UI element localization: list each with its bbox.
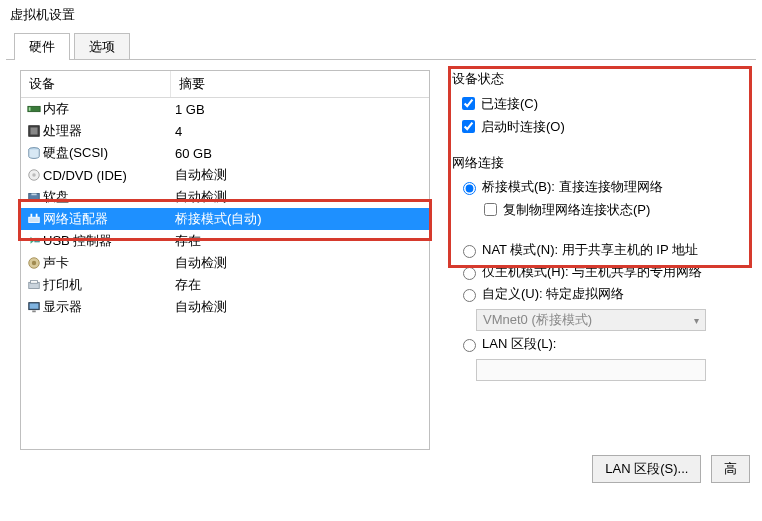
custom-network-value: VMnet0 (桥接模式) <box>483 311 592 329</box>
network-connection-label: 网络连接 <box>452 154 752 172</box>
replicate-checkbox-label: 复制物理网络连接状态(P) <box>503 201 650 219</box>
connect-at-poweron-label: 启动时连接(O) <box>481 118 565 136</box>
device-name: CD/DVD (IDE) <box>41 168 171 183</box>
device-icon <box>21 190 41 204</box>
device-summary: 4 <box>171 124 429 139</box>
device-row[interactable]: 打印机存在 <box>21 274 429 296</box>
device-list: 内存1 GB处理器4硬盘(SCSI)60 GBCD/DVD (IDE)自动检测软… <box>21 98 429 318</box>
device-row[interactable]: 内存1 GB <box>21 98 429 120</box>
device-row[interactable]: 声卡自动检测 <box>21 252 429 274</box>
bridged-radio-label: 桥接模式(B): 直接连接物理网络 <box>482 178 663 196</box>
tab-hardware[interactable]: 硬件 <box>14 33 70 60</box>
device-summary: 60 GB <box>171 146 429 161</box>
window-title: 虚拟机设置 <box>0 0 762 28</box>
connect-at-poweron-checkbox-input[interactable] <box>462 120 475 133</box>
device-summary: 1 GB <box>171 102 429 117</box>
device-name: USB 控制器 <box>41 232 171 250</box>
lan-segment-radio-input[interactable] <box>463 339 476 352</box>
svg-rect-18 <box>30 304 39 309</box>
device-row[interactable]: CD/DVD (IDE)自动检测 <box>21 164 429 186</box>
device-summary: 自动检测 <box>171 188 429 206</box>
svg-rect-19 <box>32 311 36 313</box>
lan-segments-button[interactable]: LAN 区段(S)... <box>592 455 701 483</box>
replicate-checkbox[interactable]: 复制物理网络连接状态(P) <box>480 200 752 219</box>
custom-radio[interactable]: 自定义(U): 特定虚拟网络 <box>458 285 752 303</box>
svg-rect-12 <box>35 238 39 242</box>
device-row[interactable]: 处理器4 <box>21 120 429 142</box>
device-icon <box>21 212 41 226</box>
nat-radio[interactable]: NAT 模式(N): 用于共享主机的 IP 地址 <box>458 241 752 259</box>
device-summary: 自动检测 <box>171 298 429 316</box>
device-name: 处理器 <box>41 122 171 140</box>
table-header: 设备 摘要 <box>21 71 429 98</box>
device-icon <box>21 102 41 116</box>
device-summary: 桥接模式(自动) <box>171 210 429 228</box>
hostonly-radio[interactable]: 仅主机模式(H): 与主机共享的专用网络 <box>458 263 752 281</box>
device-icon <box>21 146 41 160</box>
device-name: 内存 <box>41 100 171 118</box>
device-summary: 自动检测 <box>171 254 429 272</box>
custom-network-combo[interactable]: VMnet0 (桥接模式) ▾ <box>476 309 706 331</box>
device-summary: 存在 <box>171 232 429 250</box>
device-row[interactable]: USB 控制器存在 <box>21 230 429 252</box>
svg-point-6 <box>32 173 36 177</box>
device-icon <box>21 300 41 314</box>
bridged-radio[interactable]: 桥接模式(B): 直接连接物理网络 <box>458 178 752 196</box>
device-icon <box>21 168 41 182</box>
device-icon <box>21 256 41 270</box>
device-status-label: 设备状态 <box>452 70 752 88</box>
svg-rect-16 <box>31 281 38 284</box>
header-summary[interactable]: 摘要 <box>171 71 429 97</box>
device-icon <box>21 278 41 292</box>
svg-rect-1 <box>29 107 31 111</box>
device-name: 声卡 <box>41 254 171 272</box>
svg-rect-3 <box>31 128 38 135</box>
footer-buttons: LAN 区段(S)... 高 <box>586 455 750 483</box>
svg-point-14 <box>32 261 36 265</box>
svg-rect-9 <box>29 217 40 222</box>
chevron-down-icon: ▾ <box>694 315 699 326</box>
device-name: 硬盘(SCSI) <box>41 144 171 162</box>
bridged-radio-input[interactable] <box>463 182 476 195</box>
settings-panel: 设备状态 已连接(C) 启动时连接(O) 网络连接 桥接模式(B): 直接连接物… <box>452 70 752 381</box>
hostonly-radio-label: 仅主机模式(H): 与主机共享的专用网络 <box>482 263 702 281</box>
device-name: 网络适配器 <box>41 210 171 228</box>
svg-rect-11 <box>36 214 38 218</box>
advanced-button[interactable]: 高 <box>711 455 750 483</box>
tab-bar: 硬件 选项 <box>14 32 762 59</box>
device-summary: 自动检测 <box>171 166 429 184</box>
device-name: 打印机 <box>41 276 171 294</box>
device-row[interactable]: 显示器自动检测 <box>21 296 429 318</box>
device-icon <box>21 234 41 248</box>
device-row[interactable]: 硬盘(SCSI)60 GB <box>21 142 429 164</box>
connected-checkbox-input[interactable] <box>462 97 475 110</box>
device-summary: 存在 <box>171 276 429 294</box>
nat-radio-label: NAT 模式(N): 用于共享主机的 IP 地址 <box>482 241 698 259</box>
connected-checkbox[interactable]: 已连接(C) <box>458 94 752 113</box>
svg-rect-10 <box>31 214 33 218</box>
hostonly-radio-input[interactable] <box>463 267 476 280</box>
device-row[interactable]: 网络适配器桥接模式(自动) <box>21 208 429 230</box>
lan-segment-combo[interactable] <box>476 359 706 381</box>
connected-checkbox-label: 已连接(C) <box>481 95 538 113</box>
nat-radio-input[interactable] <box>463 245 476 258</box>
replicate-checkbox-input[interactable] <box>484 203 497 216</box>
device-name: 显示器 <box>41 298 171 316</box>
lan-segment-radio-label: LAN 区段(L): <box>482 335 556 353</box>
svg-rect-8 <box>31 194 36 196</box>
header-device[interactable]: 设备 <box>21 71 171 97</box>
custom-radio-label: 自定义(U): 特定虚拟网络 <box>482 285 624 303</box>
lan-segment-radio[interactable]: LAN 区段(L): <box>458 335 752 353</box>
custom-radio-input[interactable] <box>463 289 476 302</box>
device-row[interactable]: 软盘自动检测 <box>21 186 429 208</box>
device-icon <box>21 124 41 138</box>
device-table: 设备 摘要 内存1 GB处理器4硬盘(SCSI)60 GBCD/DVD (IDE… <box>20 70 430 450</box>
tab-options[interactable]: 选项 <box>74 33 130 60</box>
device-name: 软盘 <box>41 188 171 206</box>
connect-at-poweron-checkbox[interactable]: 启动时连接(O) <box>458 117 752 136</box>
